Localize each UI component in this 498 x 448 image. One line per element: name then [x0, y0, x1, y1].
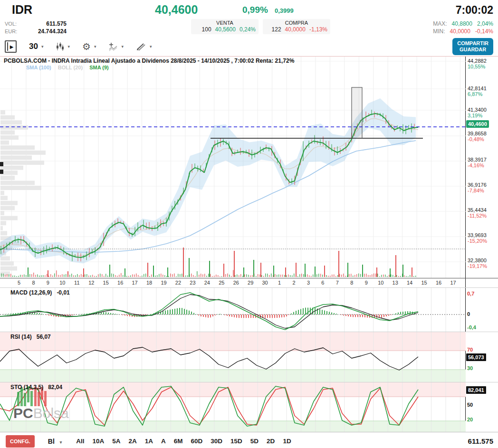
compra-qty: 122	[272, 26, 281, 33]
indicators-dropdown[interactable]: ▾	[108, 42, 124, 51]
x-axis-row: 5891011121516171819222324252629301236789…	[0, 278, 498, 287]
macd-axis-label: 0	[467, 311, 470, 317]
x-axis-label: 26	[233, 280, 239, 286]
range-button-30d[interactable]: 30D	[211, 438, 222, 445]
vol-value: 611.575	[22, 20, 67, 28]
range-button-1d[interactable]: 1D	[283, 438, 291, 445]
macd-chart-canvas[interactable]: MACD (12,26,9) -0,01	[0, 288, 466, 332]
x-axis-label: 9	[365, 280, 368, 286]
header: IDR 40,4600 0,99% 0,3999 7:00:02	[0, 0, 498, 19]
range-button-5a[interactable]: 5A	[112, 438, 120, 445]
x-axis-label: 2	[292, 280, 295, 286]
price-axis-label: 36,9176	[468, 182, 487, 188]
range-button-2a[interactable]: 2A	[129, 438, 137, 445]
range-button-15d[interactable]: 15D	[230, 438, 242, 445]
symbol-label: IDR	[12, 3, 32, 17]
config-button[interactable]: CONFG.	[6, 435, 35, 448]
x-axis-label: 25	[219, 280, 224, 286]
venta-title: VENTA	[194, 19, 256, 26]
price-panel-row: PCBOLSA.COM - INDRA Intradia Lineal Ajus…	[0, 56, 498, 278]
x-axis-label: 6	[321, 280, 324, 286]
share-save-button[interactable]: COMPARTIR GUARDAR	[452, 38, 493, 55]
range-button-60d[interactable]: 60D	[191, 438, 203, 445]
price-axis-pct: -0,48%	[468, 137, 484, 142]
legend-item[interactable]: SMA (9)	[89, 65, 109, 70]
range-button-a[interactable]: A	[161, 438, 166, 445]
candlestick-icon	[56, 42, 64, 51]
rsi-panel-row: RSI (14) 56,07 70 56,073 30	[0, 332, 498, 382]
range-buttons: All10A5A2A1AA6M60D30D15D5D2D1D	[76, 438, 291, 445]
range-button-2d[interactable]: 2D	[267, 438, 275, 445]
price-axis-pct: -4,16%	[468, 163, 484, 168]
range-button-6m[interactable]: 6M	[174, 438, 183, 445]
sto-chart-canvas[interactable]: STO (14,3,5) 82,04 PCBolsa	[0, 382, 466, 432]
x-axis-label: 16	[436, 280, 441, 286]
volume-block: VOL:611.575 EUR:24.744.324	[5, 20, 67, 35]
sto-value-badge: 82,041	[466, 386, 486, 394]
eur-value: 24.744.324	[22, 28, 67, 35]
x-axis-labels: 5891011121516171819222324252629301236789…	[0, 278, 466, 287]
min-value: 40,0000	[450, 28, 470, 35]
price-axis: 44,288210,55%42,81416,87%41,34003,19%39,…	[466, 57, 498, 278]
mode-dropdown[interactable]: Bl ▾	[48, 438, 62, 445]
legend-item[interactable]: SMA (100)	[26, 65, 51, 70]
macd-panel-row: MACD (12,26,9) -0,01 0,70-0,4	[0, 287, 498, 332]
x-axis-label: 17	[450, 280, 456, 286]
sto-axis: 82,041 50 20	[466, 382, 498, 432]
price-axis-pct: -19,17%	[468, 264, 487, 269]
price-axis-label: 33,9693	[468, 233, 487, 238]
price-axis-pct: 6,87%	[468, 92, 482, 97]
x-axis-label: 22	[175, 280, 181, 286]
range-button-5d[interactable]: 5D	[250, 438, 259, 445]
sto-lower-level: 20	[467, 417, 473, 422]
range-button-10a[interactable]: 10A	[92, 438, 104, 445]
range-button-1a[interactable]: 1A	[145, 438, 153, 445]
price-axis-label: 41,3400	[468, 107, 487, 113]
rsi-value-badge: 56,073	[466, 353, 486, 361]
sto-mid-level: 50	[467, 402, 473, 408]
price-axis-pct: 10,55%	[468, 64, 485, 69]
x-axis-label: 18	[146, 280, 152, 286]
compra-pct: -1,13%	[309, 26, 327, 33]
chevron-down-icon: ▾	[150, 44, 152, 49]
settings-dropdown[interactable]: ⚙ ▾	[82, 41, 96, 52]
interval-value: 30	[29, 42, 38, 51]
x-axis-label: 9	[47, 280, 49, 286]
venta-qty: 100	[202, 26, 211, 33]
rsi-chart-canvas[interactable]: RSI (14) 56,07	[0, 332, 466, 382]
price-axis-label: 39,8658	[468, 131, 487, 136]
compra-price: 40,0000	[285, 26, 306, 33]
legend-item[interactable]: BOLL (20)	[58, 65, 83, 70]
x-axis-label: 29	[248, 280, 253, 286]
sto-label: STO (14,3,5) 82,04	[10, 384, 62, 391]
rsi-upper-level: 70	[467, 347, 473, 353]
bottom-toolbar: CONFG. Bl ▾ All10A5A2A1AA6M60D30D15D5D2D…	[0, 432, 498, 448]
macd-axis: 0,70-0,4	[466, 288, 498, 332]
quote-strip: VOL:611.575 EUR:24.744.324 VENTA 100 40,…	[0, 19, 498, 37]
chart-type-dropdown[interactable]: ▾	[56, 42, 70, 51]
x-axis-label: 1	[278, 280, 281, 286]
chevron-down-icon: ▾	[60, 440, 62, 445]
price-axis-pct: -7,84%	[468, 188, 484, 193]
x-axis-label: 13	[393, 280, 398, 286]
rsi-label: RSI (14) 56,07	[10, 334, 51, 340]
price-axis-label: 38,3917	[468, 157, 487, 162]
price-axis-pct: -15,20%	[468, 238, 487, 244]
price-chart-canvas[interactable]: PCBOLSA.COM - INDRA Intradia Lineal Ajus…	[0, 57, 466, 278]
current-price-badge: 40,4600	[466, 120, 489, 128]
x-axis-label: 19	[161, 280, 166, 286]
x-axis-label: 15	[421, 280, 427, 286]
x-axis-label: 17	[132, 280, 137, 286]
change-absolute: 0,3999	[275, 7, 294, 14]
draw-tools-dropdown[interactable]: ▾	[136, 42, 152, 51]
macd-axis-label: -0,4	[467, 324, 476, 330]
sto-panel-row: STO (14,3,5) 82,04 PCBolsa 82,041 50 20	[0, 382, 498, 432]
interval-dropdown[interactable]: 30 ▾	[29, 42, 43, 51]
session-time: 7:00:02	[456, 4, 493, 17]
range-button-all[interactable]: All	[76, 438, 84, 445]
max-value: 40,8800	[452, 20, 472, 28]
max-pct: 2,04%	[477, 20, 493, 28]
panel-toggle-button[interactable]: ▶	[5, 40, 17, 53]
x-axis-corner	[466, 278, 498, 287]
x-axis-label: 12	[88, 280, 94, 286]
